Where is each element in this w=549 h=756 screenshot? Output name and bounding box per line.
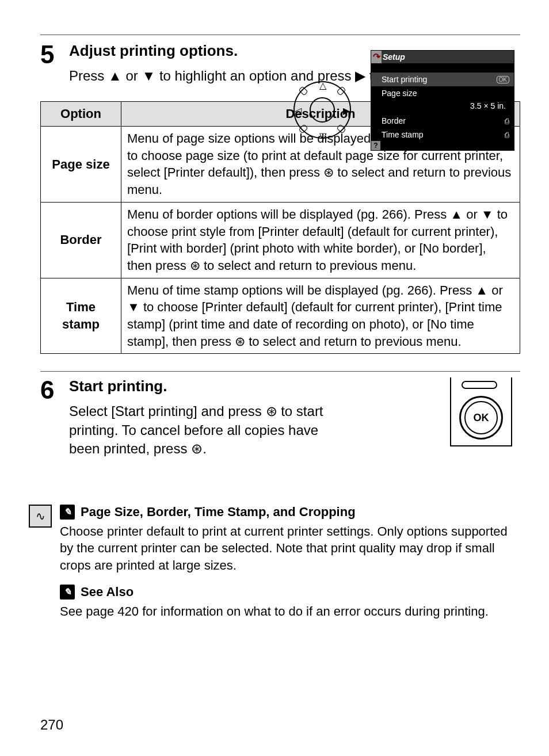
note1-body: Choose printer default to print at curre… xyxy=(60,523,520,574)
options-th-option: Option xyxy=(41,102,121,127)
setup-ok-pill: OK xyxy=(497,76,509,83)
setup-timestamp-label: Time stamp xyxy=(382,130,424,139)
row-opt: Page size xyxy=(41,127,121,203)
ok-button-graphic: OK xyxy=(445,377,520,446)
table-row: Time stamp Menu of time stamp options wi… xyxy=(41,278,520,354)
step5-number: 5 xyxy=(40,42,60,67)
printer-icon: ⎙ xyxy=(505,131,509,139)
setup-item-timestamp: Time stamp ⎙ xyxy=(371,128,514,142)
setup-title: Setup xyxy=(383,52,405,62)
setup-border-label: Border xyxy=(382,116,406,125)
step5-text-a: Press xyxy=(69,68,108,83)
setup-item-border: Border ⎙ xyxy=(371,114,514,128)
table-row: Border Menu of border options will be di… xyxy=(41,202,520,278)
setup-start-label: Start printing xyxy=(382,75,427,84)
setup-screen: ↷ Setup Start printing OK Page size 3.5 … xyxy=(371,50,514,151)
dpad-graphic: △ ▽ ◁ ▶ xyxy=(288,75,357,144)
printer-icon: ⎙ xyxy=(505,117,509,125)
setup-pagesize-value: 3.5 × 5 in. xyxy=(371,100,514,114)
ok-button-label: OK xyxy=(464,401,498,434)
setup-help-icon: ? xyxy=(371,141,380,150)
row-opt: Border xyxy=(41,202,121,278)
note2-body: See page 420 for information on what to … xyxy=(60,603,520,620)
note2-heading: See Also xyxy=(81,585,134,600)
pencil-note-icon: ✎ xyxy=(60,585,75,600)
step6-text: Select [Start printing] and press ⊛ to s… xyxy=(69,402,340,458)
row-desc: Menu of time stamp options will be displ… xyxy=(121,278,520,354)
note1-heading: Page Size, Border, Time Stamp, and Cropp… xyxy=(81,505,356,520)
row-opt: Time stamp xyxy=(41,278,121,354)
step5-text-b: or xyxy=(122,68,142,83)
setup-pagesize-label: Page size xyxy=(382,89,417,98)
side-tab-icon: ∿ xyxy=(29,505,52,528)
setup-flag-icon: ↷ xyxy=(371,51,382,63)
setup-item-pagesize: Page size xyxy=(371,86,514,100)
setup-item-start: Start printing OK xyxy=(371,72,514,86)
pencil-note-icon: ✎ xyxy=(60,505,75,520)
row-desc: Menu of border options will be displayed… xyxy=(121,202,520,278)
step6-number: 6 xyxy=(40,377,60,403)
step6-title: Start printing. xyxy=(69,377,340,395)
page-number: 270 xyxy=(40,717,63,733)
